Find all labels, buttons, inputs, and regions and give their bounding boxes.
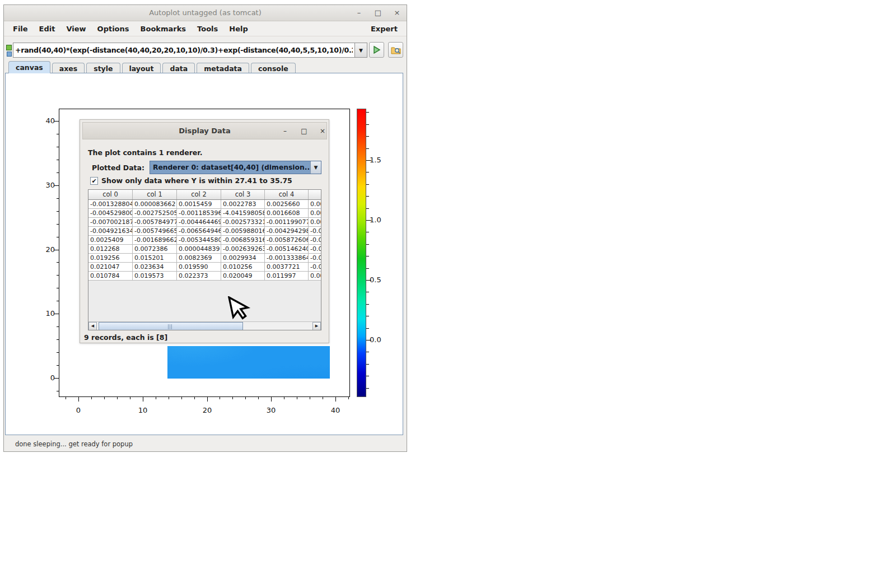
colorbar-label: 0.0 xyxy=(370,335,381,344)
table-header-col 0[interactable]: col 0 xyxy=(88,190,133,199)
colorbar-tick xyxy=(366,184,369,185)
datasource-blue-icon[interactable] xyxy=(7,52,12,57)
table-cell: 0.00 xyxy=(309,272,321,280)
dialog-close-icon[interactable]: × xyxy=(318,126,328,136)
table-header-partial[interactable] xyxy=(309,190,321,199)
combobox-value: Renderer 0: dataset[40,40] (dimension... xyxy=(150,161,310,174)
colorbar-tick xyxy=(366,172,369,172)
scrollbar-thumb[interactable] xyxy=(99,322,243,330)
window-title: Autoplot untagged (as tomcat) xyxy=(4,8,407,17)
dialog-title-bar[interactable]: Display Data – □ × xyxy=(82,122,327,139)
x-tick xyxy=(66,397,66,399)
table-cell: 0.012268 xyxy=(88,245,133,253)
x-tick xyxy=(156,397,156,399)
plot-canvas[interactable]: 0102030400102030400.00.51.01.5 Display D… xyxy=(5,73,403,435)
spectrogram-chunk-left xyxy=(78,346,156,379)
table-cell: 0.00 xyxy=(309,209,321,217)
x-tick xyxy=(245,397,246,399)
tab-data[interactable]: data xyxy=(162,63,195,73)
table-cell: -0.007002187... xyxy=(88,218,133,226)
table-row[interactable]: 0.0210470.0236340.0195900.0102560.003772… xyxy=(88,263,321,272)
combobox-arrow-icon: ▼ xyxy=(310,161,321,174)
tab-console[interactable]: console xyxy=(251,63,296,73)
table-header-col 4[interactable]: col 4 xyxy=(265,190,309,199)
go-button[interactable] xyxy=(369,42,384,58)
records-summary: 9 records, each is [8] xyxy=(84,333,167,342)
x-tick xyxy=(143,397,143,402)
y-tick xyxy=(57,211,59,212)
table-cell: -0.005784977... xyxy=(133,218,177,226)
menu-help[interactable]: Help xyxy=(223,24,253,34)
table-cell: -0.005146240... xyxy=(265,245,309,253)
table-header-col 2[interactable]: col 2 xyxy=(177,190,221,199)
table-row[interactable]: -0.004921634...-0.005749665...-0.0065649… xyxy=(88,227,321,236)
x-tick xyxy=(323,397,323,399)
inspect-uri-button[interactable] xyxy=(388,42,403,58)
tab-style[interactable]: style xyxy=(86,63,120,73)
menu-items: FileEditViewOptionsBookmarksToolsHelp xyxy=(7,24,254,34)
menu-options[interactable]: Options xyxy=(92,24,135,34)
filter-checkbox[interactable]: ✔ xyxy=(90,177,98,185)
x-tick xyxy=(117,397,118,399)
uri-dropdown-icon[interactable]: ▼ xyxy=(355,43,367,58)
tab-metadata[interactable]: metadata xyxy=(197,63,249,73)
x-tick xyxy=(104,397,105,399)
uri-input[interactable] xyxy=(13,43,355,58)
table-row[interactable]: 0.0122680.00723860.000044839-0.002639263… xyxy=(88,245,321,254)
colorbar-label: 1.5 xyxy=(370,156,381,165)
table-cell: -0.002573321... xyxy=(221,218,265,226)
table-cell: 0.0015459 xyxy=(177,200,221,208)
y-tick xyxy=(57,288,59,288)
menu-edit[interactable]: Edit xyxy=(34,24,61,34)
table-cell: 0.020049 xyxy=(221,272,265,280)
datasource-green-icon[interactable] xyxy=(6,45,12,50)
y-axis-label: 20 xyxy=(35,245,55,254)
table-cell: -0.0 xyxy=(309,236,321,244)
scroll-right-icon[interactable]: ▶ xyxy=(312,322,321,330)
table-row[interactable]: 0.0192560.0152010.00823690.0029934-0.001… xyxy=(88,254,321,263)
table-row[interactable]: -0.007002187...-0.005784977...-0.0044644… xyxy=(88,218,321,227)
y-tick xyxy=(54,185,59,186)
table-cell: -0.004294298... xyxy=(265,227,309,235)
colorbar-label: 1.0 xyxy=(370,216,381,225)
tab-layout[interactable]: layout xyxy=(122,63,161,73)
table-row[interactable]: -0.004529800...-0.002752505...-0.0011853… xyxy=(88,209,321,218)
x-tick xyxy=(232,397,233,399)
dialog-minimize-icon[interactable]: – xyxy=(280,126,290,136)
dialog-maximize-icon[interactable]: □ xyxy=(299,126,309,136)
scroll-left-icon[interactable]: ◀ xyxy=(88,322,97,330)
title-bar[interactable]: Autoplot untagged (as tomcat) – □ × xyxy=(4,5,407,21)
table-cell: -0.006564946... xyxy=(177,227,221,235)
menu-tools[interactable]: Tools xyxy=(192,24,223,34)
table-cell: -0.005749665... xyxy=(133,227,177,235)
table-cell: -0.001689662... xyxy=(133,236,177,244)
table-row[interactable]: -0.001328804...0.0000836620.00154590.002… xyxy=(88,200,321,209)
tab-bar: canvasaxesstylelayoutdatametadataconsole xyxy=(4,61,407,73)
y-tick xyxy=(57,391,59,391)
y-tick xyxy=(57,301,59,301)
tab-canvas[interactable]: canvas xyxy=(8,61,50,73)
menu-file[interactable]: File xyxy=(7,24,34,34)
table-cell: 0.019573 xyxy=(133,272,177,280)
menu-expert[interactable]: Expert xyxy=(365,24,403,34)
table-cell: -4.041598058... xyxy=(221,209,265,217)
menu-bookmarks[interactable]: Bookmarks xyxy=(135,24,192,34)
plotted-data-combobox[interactable]: Renderer 0: dataset[40,40] (dimension...… xyxy=(150,161,321,174)
table-cell: 0.019256 xyxy=(88,254,133,262)
table-row[interactable]: 0.0025409-0.001689662...-0.005344580...-… xyxy=(88,236,321,245)
x-tick xyxy=(78,397,79,402)
table-cell: -0.001333864... xyxy=(265,254,309,262)
menu-view[interactable]: View xyxy=(60,24,91,34)
table-header-col 3[interactable]: col 3 xyxy=(221,190,265,199)
maximize-icon[interactable]: □ xyxy=(373,8,383,18)
minimize-icon[interactable]: – xyxy=(354,8,364,18)
close-icon[interactable]: × xyxy=(392,8,402,18)
spectrogram-chunk-right xyxy=(167,346,330,379)
status-bar: done sleeping... get ready for popup xyxy=(4,435,407,451)
colorbar-tick xyxy=(366,208,369,209)
table-cell: -0.001199077... xyxy=(265,218,309,226)
tab-axes[interactable]: axes xyxy=(52,63,85,73)
table-header-col 1[interactable]: col 1 xyxy=(133,190,177,199)
table-row[interactable]: 0.0107840.0195730.0223730.0200490.011997… xyxy=(88,272,321,281)
colorbar-tick xyxy=(366,304,369,305)
